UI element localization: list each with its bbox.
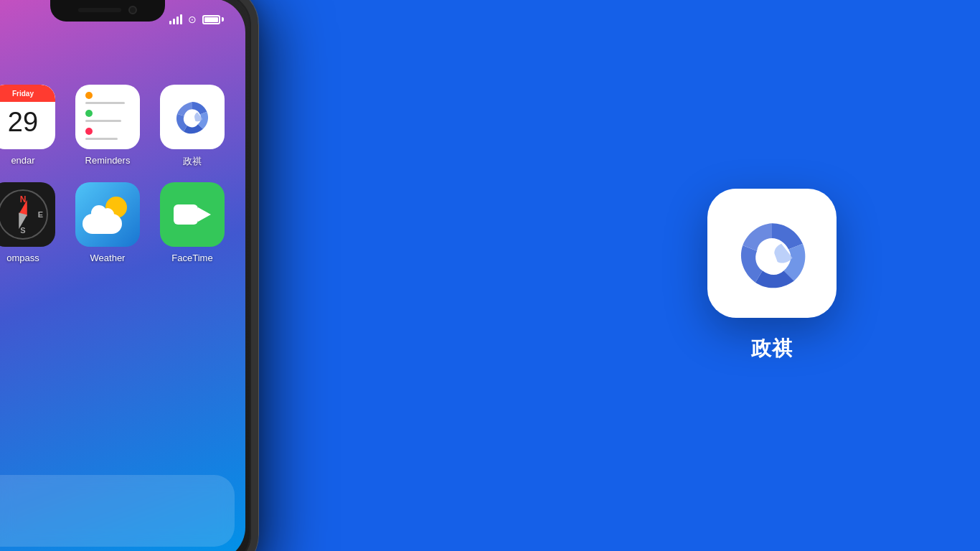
reminder-line-3 [85, 128, 93, 135]
app-item-compass[interactable]: N E S ompass [0, 182, 62, 263]
app-grid: Friday 29 endar [0, 85, 245, 263]
zhengqi-label: 政祺 [183, 155, 202, 168]
signal-bar-2 [173, 19, 175, 24]
battery-tip [222, 17, 224, 22]
weather-app-icon[interactable] [75, 182, 140, 247]
reminders-app-icon[interactable] [75, 85, 140, 149]
weather-cloud-icon [83, 214, 122, 234]
app-item-facetime[interactable]: FaceTime [154, 182, 231, 263]
front-camera [128, 6, 137, 14]
signal-bar-1 [169, 21, 171, 24]
power-button [258, 122, 258, 179]
app-item-calendar[interactable]: Friday 29 endar [0, 85, 62, 168]
reminder-text-2 [85, 120, 121, 122]
iphone-screen: ⊙ Friday 29 endar [0, 0, 245, 551]
speaker-grille [78, 8, 121, 12]
facetime-camera-icon [174, 202, 211, 227]
reminder-line-2 [85, 110, 93, 117]
dock-bar [0, 475, 235, 547]
compass-ring: N E S [0, 189, 48, 240]
iphone-mockup: ⊙ Friday 29 endar [0, 0, 330, 551]
calendar-label: endar [11, 155, 34, 166]
signal-bar-4 [180, 14, 182, 24]
reminder-line-1 [85, 92, 93, 99]
large-zhengqi-icon[interactable] [707, 189, 837, 318]
reminder-dot-orange [85, 92, 93, 99]
compass-east-label: E [38, 210, 43, 219]
app-item-reminders[interactable]: Reminders [69, 85, 146, 168]
compass-label: ompass [6, 253, 39, 263]
battery-fill [204, 17, 218, 22]
weather-label: Weather [90, 253, 126, 263]
zhengqi-app-icon[interactable] [160, 85, 225, 149]
facetime-camera-body [174, 204, 198, 225]
notch [50, 0, 165, 22]
right-app-showcase: 政祺 [707, 189, 837, 362]
calendar-app-icon[interactable]: Friday 29 [0, 85, 55, 149]
wifi-icon: ⊙ [188, 14, 197, 25]
iphone-body: ⊙ Friday 29 endar [0, 0, 258, 551]
reminder-dot-pink [85, 128, 93, 135]
reminder-dot-green [85, 110, 93, 117]
facetime-camera-lens [198, 207, 211, 222]
signal-icon [169, 14, 182, 24]
reminder-text-1 [85, 102, 125, 104]
compass-app-icon[interactable]: N E S [0, 182, 55, 247]
large-zhengqi-label: 政祺 [751, 335, 793, 362]
facetime-label: FaceTime [171, 253, 212, 263]
reminders-label: Reminders [85, 155, 131, 166]
calendar-date-number: 29 [8, 107, 38, 138]
facetime-app-icon[interactable] [160, 182, 225, 247]
large-zhengqi-svg [732, 214, 811, 293]
battery-icon [202, 15, 224, 24]
reminder-text-3 [85, 138, 118, 140]
calendar-day-label: Friday [12, 90, 34, 98]
signal-bar-3 [176, 17, 179, 24]
battery-body [202, 15, 220, 24]
app-item-zhengqi[interactable]: 政祺 [154, 85, 231, 168]
zhengqi-logo-svg [171, 95, 214, 138]
app-item-weather[interactable]: Weather [69, 182, 146, 263]
